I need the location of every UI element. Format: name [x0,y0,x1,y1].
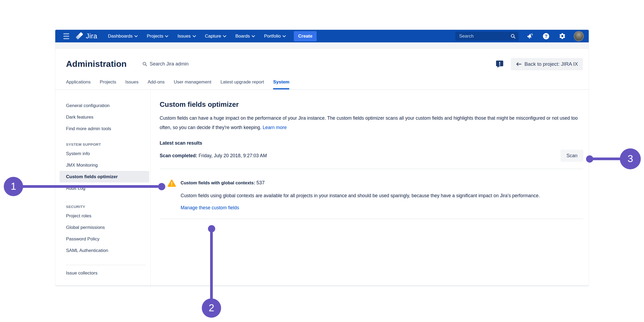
content-description-text: Custom fields can have a huge impact on … [160,115,578,130]
callout-2-circle: 2 [202,298,221,318]
callout-1-circle: 1 [4,177,23,196]
callout-2-line [210,230,213,299]
finding-title: Custom fields with global contexts: 537 [181,180,540,186]
create-button[interactable]: Create [294,31,317,41]
sidebar-item-saml-authentication[interactable]: SAML Authentication [55,245,150,256]
admin-header-right: Back to project: JIRA IX [495,58,583,70]
sidebar-item-password-policy[interactable]: Password Policy [55,233,150,245]
tab-add-ons[interactable]: Add-ons [148,79,164,89]
sidebar-heading-security: SECURITY [55,203,150,210]
chevron-down-icon [283,35,286,37]
sidebar-item-project-roles[interactable]: Project roles [55,210,150,222]
finding-description: Custom fields using global contexts are … [181,192,540,200]
sidebar-item-audit-log[interactable]: Audit Log [55,182,150,194]
admin-search[interactable] [142,61,214,67]
scan-status-row: Scan completed: Friday, July 20 2018, 9:… [160,150,583,162]
settings-gear-icon[interactable] [558,32,567,41]
sidebar-item-system-info[interactable]: System info [55,148,150,159]
scan-completed-value: Friday, July 20 2018, 9:27:03 AM [199,153,267,158]
svg-text:?: ? [545,34,547,38]
learn-more-link[interactable]: Learn more [263,125,287,130]
nav-dashboards[interactable]: Dashboards [105,31,141,41]
page: Jira Dashboards Projects Issues Capture … [0,0,644,322]
finding-count: 537 [256,180,265,185]
nav-right-cluster: ? [455,31,584,41]
admin-header: Administration [55,49,589,79]
help-icon[interactable]: ? [541,32,551,41]
sidebar-item-global-permissions[interactable]: Global permissions [55,222,150,233]
latest-scan-results-heading: Latest scan results [160,140,583,146]
sidebar-divider [66,265,145,265]
jira-logo[interactable]: Jira [76,32,97,40]
page-title: Administration [66,59,127,69]
app-switcher-menu-icon[interactable] [62,32,71,41]
chevron-down-icon [223,35,226,37]
tab-system[interactable]: System [273,79,289,89]
jira-admin-window: Jira Dashboards Projects Issues Capture … [55,30,589,287]
nav-boards-label: Boards [235,34,250,39]
callout-3-circle: 3 [620,148,641,169]
user-avatar[interactable] [574,31,584,41]
callout-1-dot [158,183,165,190]
content-description: Custom fields can have a huge impact on … [160,114,583,132]
search-icon [510,34,516,39]
nav-issues[interactable]: Issues [174,31,199,41]
manage-custom-fields-link[interactable]: Manage these custom fields [181,205,239,211]
search-icon [142,61,148,67]
tab-issues[interactable]: Issues [125,79,138,89]
feedback-icon[interactable] [495,60,504,68]
finding-global-contexts: Custom fields with global contexts: 537 … [160,180,583,211]
tab-projects[interactable]: Projects [100,79,116,89]
sidebar-item-general-configuration[interactable]: General configuration [55,100,150,111]
nav-capture-label: Capture [205,34,221,39]
sidebar-heading-system-support: SYSTEM SUPPORT [55,141,150,148]
tab-applications[interactable]: Applications [66,79,91,89]
admin-tabs: Applications Projects Issues Add-ons Use… [55,79,589,90]
back-arrow-icon [516,62,522,66]
main-content: Custom fields optimizer Custom fields ca… [151,90,589,287]
scan-button[interactable]: Scan [561,150,583,162]
top-navigation-bar: Jira Dashboards Projects Issues Capture … [55,30,589,42]
jira-logo-icon [76,32,84,40]
jira-logo-word: Jira [86,32,97,40]
nav-projects-label: Projects [147,34,163,39]
admin-search-input[interactable] [150,61,214,67]
sidebar-item-custom-fields-optimizer[interactable]: Custom fields optimizer [60,171,149,182]
back-to-project-label: Back to project: JIRA IX [524,61,578,67]
scan-results-divider-top [160,169,583,169]
chevron-down-icon [252,35,255,37]
sidebar-item-find-more-admin-tools[interactable]: Find more admin tools [55,123,150,134]
content-title: Custom fields optimizer [160,100,583,109]
nav-projects[interactable]: Projects [144,31,171,41]
announcements-megaphone-icon[interactable] [525,32,535,41]
chevron-down-icon [165,35,168,37]
nav-dashboards-label: Dashboards [108,34,133,39]
sidebar-item-dark-features[interactable]: Dark features [55,111,150,123]
chevron-down-icon [134,35,138,37]
tab-latest-upgrade-report[interactable]: Latest upgrade report [220,79,264,89]
warning-icon [167,179,176,211]
admin-sidebar: General configuration Dark features Find… [55,90,151,287]
nav-portfolio-label: Portfolio [264,34,281,39]
callout-3-line [592,158,622,160]
admin-body: General configuration Dark features Find… [55,90,589,287]
global-search-input[interactable] [455,34,518,39]
nav-portfolio[interactable]: Portfolio [261,31,289,41]
chevron-down-icon [193,35,196,37]
sidebar-item-issue-collectors[interactable]: Issue collectors [55,267,150,279]
nav-boards[interactable]: Boards [232,31,258,41]
back-to-project-button[interactable]: Back to project: JIRA IX [511,58,583,70]
scan-results-divider-bottom [160,219,583,219]
callout-1-line [21,185,159,188]
scan-completed-label: Scan completed: [160,153,197,158]
global-search[interactable] [455,32,518,41]
nav-capture[interactable]: Capture [202,31,229,41]
finding-title-label: Custom fields with global contexts: [181,180,255,185]
header-divider-strip [55,42,589,49]
sidebar-item-jmx-monitoring[interactable]: JMX Monitoring [55,159,150,171]
finding-body: Custom fields with global contexts: 537 … [181,180,540,211]
scan-completed-text: Scan completed: Friday, July 20 2018, 9:… [160,153,267,159]
tab-user-management[interactable]: User management [174,79,211,89]
nav-issues-label: Issues [177,34,191,39]
